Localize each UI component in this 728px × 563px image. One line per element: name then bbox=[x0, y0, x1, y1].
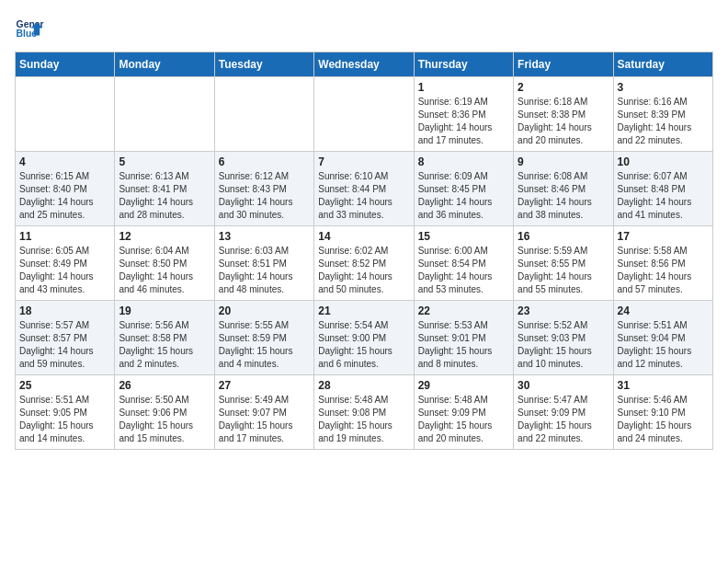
calendar-cell: 31Sunrise: 5:46 AM Sunset: 9:10 PM Dayli… bbox=[613, 375, 712, 450]
calendar-week-row: 18Sunrise: 5:57 AM Sunset: 8:57 PM Dayli… bbox=[16, 301, 713, 375]
calendar-cell: 1Sunrise: 6:19 AM Sunset: 8:36 PM Daylig… bbox=[414, 77, 513, 152]
day-detail: Sunrise: 6:15 AM Sunset: 8:40 PM Dayligh… bbox=[19, 170, 110, 222]
calendar-cell: 8Sunrise: 6:09 AM Sunset: 8:45 PM Daylig… bbox=[414, 152, 513, 226]
day-detail: Sunrise: 5:58 AM Sunset: 8:56 PM Dayligh… bbox=[618, 245, 709, 296]
weekday-header-thursday: Thursday bbox=[414, 52, 513, 77]
day-number: 30 bbox=[518, 379, 609, 392]
calendar-week-row: 11Sunrise: 6:05 AM Sunset: 8:49 PM Dayli… bbox=[16, 226, 713, 301]
calendar-cell: 16Sunrise: 5:59 AM Sunset: 8:55 PM Dayli… bbox=[514, 226, 613, 301]
day-number: 21 bbox=[318, 304, 409, 317]
day-number: 19 bbox=[119, 304, 210, 317]
day-detail: Sunrise: 5:46 AM Sunset: 9:10 PM Dayligh… bbox=[618, 394, 709, 445]
calendar-cell: 13Sunrise: 6:03 AM Sunset: 8:51 PM Dayli… bbox=[214, 226, 313, 301]
weekday-header-sunday: Sunday bbox=[16, 52, 115, 77]
calendar-cell bbox=[16, 77, 115, 152]
day-detail: Sunrise: 6:07 AM Sunset: 8:48 PM Dayligh… bbox=[618, 170, 709, 222]
day-detail: Sunrise: 5:48 AM Sunset: 9:08 PM Dayligh… bbox=[318, 394, 409, 445]
calendar-cell: 19Sunrise: 5:56 AM Sunset: 8:58 PM Dayli… bbox=[115, 301, 214, 375]
calendar-header-row: SundayMondayTuesdayWednesdayThursdayFrid… bbox=[16, 52, 713, 77]
calendar-cell: 25Sunrise: 5:51 AM Sunset: 9:05 PM Dayli… bbox=[16, 375, 115, 450]
day-number: 13 bbox=[219, 230, 310, 243]
calendar-cell: 18Sunrise: 5:57 AM Sunset: 8:57 PM Dayli… bbox=[16, 301, 115, 375]
day-detail: Sunrise: 5:49 AM Sunset: 9:07 PM Dayligh… bbox=[219, 394, 310, 445]
calendar-cell: 5Sunrise: 6:13 AM Sunset: 8:41 PM Daylig… bbox=[115, 152, 214, 226]
day-detail: Sunrise: 6:05 AM Sunset: 8:49 PM Dayligh… bbox=[19, 245, 110, 296]
day-detail: Sunrise: 6:02 AM Sunset: 8:52 PM Dayligh… bbox=[318, 245, 409, 296]
day-detail: Sunrise: 6:09 AM Sunset: 8:45 PM Dayligh… bbox=[418, 170, 509, 222]
calendar-week-row: 4Sunrise: 6:15 AM Sunset: 8:40 PM Daylig… bbox=[16, 152, 713, 226]
day-number: 4 bbox=[19, 155, 110, 168]
day-number: 2 bbox=[518, 81, 609, 94]
day-detail: Sunrise: 6:03 AM Sunset: 8:51 PM Dayligh… bbox=[219, 245, 310, 296]
day-detail: Sunrise: 6:04 AM Sunset: 8:50 PM Dayligh… bbox=[119, 245, 210, 296]
weekday-header-monday: Monday bbox=[115, 52, 214, 77]
calendar-cell: 6Sunrise: 6:12 AM Sunset: 8:43 PM Daylig… bbox=[214, 152, 313, 226]
day-detail: Sunrise: 5:51 AM Sunset: 9:05 PM Dayligh… bbox=[19, 394, 110, 445]
calendar-cell bbox=[214, 77, 313, 152]
logo: General Blue bbox=[15, 15, 44, 44]
calendar-cell: 23Sunrise: 5:52 AM Sunset: 9:03 PM Dayli… bbox=[514, 301, 613, 375]
day-number: 7 bbox=[318, 155, 409, 168]
calendar-cell bbox=[314, 77, 414, 152]
calendar-cell: 30Sunrise: 5:47 AM Sunset: 9:09 PM Dayli… bbox=[514, 375, 613, 450]
calendar-cell: 26Sunrise: 5:50 AM Sunset: 9:06 PM Dayli… bbox=[115, 375, 214, 450]
day-number: 17 bbox=[618, 230, 709, 243]
calendar-cell: 29Sunrise: 5:48 AM Sunset: 9:09 PM Dayli… bbox=[414, 375, 513, 450]
calendar-cell: 28Sunrise: 5:48 AM Sunset: 9:08 PM Dayli… bbox=[314, 375, 414, 450]
day-detail: Sunrise: 5:54 AM Sunset: 9:00 PM Dayligh… bbox=[318, 319, 409, 371]
day-detail: Sunrise: 5:53 AM Sunset: 9:01 PM Dayligh… bbox=[418, 319, 509, 371]
calendar-cell: 27Sunrise: 5:49 AM Sunset: 9:07 PM Dayli… bbox=[214, 375, 313, 450]
day-detail: Sunrise: 6:00 AM Sunset: 8:54 PM Dayligh… bbox=[418, 245, 509, 296]
day-detail: Sunrise: 6:10 AM Sunset: 8:44 PM Dayligh… bbox=[318, 170, 409, 222]
day-number: 1 bbox=[418, 81, 509, 94]
day-detail: Sunrise: 5:47 AM Sunset: 9:09 PM Dayligh… bbox=[518, 394, 609, 445]
calendar-cell: 15Sunrise: 6:00 AM Sunset: 8:54 PM Dayli… bbox=[414, 226, 513, 301]
day-number: 29 bbox=[418, 379, 509, 392]
day-number: 27 bbox=[219, 379, 310, 392]
day-number: 10 bbox=[618, 155, 709, 168]
page-header: General Blue bbox=[15, 15, 713, 44]
calendar-week-row: 1Sunrise: 6:19 AM Sunset: 8:36 PM Daylig… bbox=[16, 77, 713, 152]
day-detail: Sunrise: 5:50 AM Sunset: 9:06 PM Dayligh… bbox=[119, 394, 210, 445]
calendar-cell bbox=[115, 77, 214, 152]
day-number: 26 bbox=[119, 379, 210, 392]
day-number: 5 bbox=[119, 155, 210, 168]
day-number: 25 bbox=[19, 379, 110, 392]
calendar-cell: 4Sunrise: 6:15 AM Sunset: 8:40 PM Daylig… bbox=[16, 152, 115, 226]
day-number: 3 bbox=[618, 81, 709, 94]
day-detail: Sunrise: 5:51 AM Sunset: 9:04 PM Dayligh… bbox=[618, 319, 709, 371]
weekday-header-tuesday: Tuesday bbox=[214, 52, 313, 77]
day-detail: Sunrise: 6:08 AM Sunset: 8:46 PM Dayligh… bbox=[518, 170, 609, 222]
calendar-cell: 3Sunrise: 6:16 AM Sunset: 8:39 PM Daylig… bbox=[613, 77, 712, 152]
calendar-cell: 9Sunrise: 6:08 AM Sunset: 8:46 PM Daylig… bbox=[514, 152, 613, 226]
day-detail: Sunrise: 6:13 AM Sunset: 8:41 PM Dayligh… bbox=[119, 170, 210, 222]
weekday-header-wednesday: Wednesday bbox=[314, 52, 414, 77]
calendar-cell: 11Sunrise: 6:05 AM Sunset: 8:49 PM Dayli… bbox=[16, 226, 115, 301]
day-number: 18 bbox=[19, 304, 110, 317]
day-detail: Sunrise: 6:19 AM Sunset: 8:36 PM Dayligh… bbox=[418, 96, 509, 147]
day-detail: Sunrise: 5:48 AM Sunset: 9:09 PM Dayligh… bbox=[418, 394, 509, 445]
day-number: 24 bbox=[618, 304, 709, 317]
day-number: 12 bbox=[119, 230, 210, 243]
day-number: 20 bbox=[219, 304, 310, 317]
day-detail: Sunrise: 6:16 AM Sunset: 8:39 PM Dayligh… bbox=[618, 96, 709, 147]
day-number: 23 bbox=[518, 304, 609, 317]
weekday-header-saturday: Saturday bbox=[613, 52, 712, 77]
calendar-cell: 10Sunrise: 6:07 AM Sunset: 8:48 PM Dayli… bbox=[613, 152, 712, 226]
day-detail: Sunrise: 5:56 AM Sunset: 8:58 PM Dayligh… bbox=[119, 319, 210, 371]
calendar-cell: 22Sunrise: 5:53 AM Sunset: 9:01 PM Dayli… bbox=[414, 301, 513, 375]
calendar-cell: 2Sunrise: 6:18 AM Sunset: 8:38 PM Daylig… bbox=[514, 77, 613, 152]
day-number: 9 bbox=[518, 155, 609, 168]
calendar-cell: 12Sunrise: 6:04 AM Sunset: 8:50 PM Dayli… bbox=[115, 226, 214, 301]
day-number: 11 bbox=[19, 230, 110, 243]
calendar-cell: 20Sunrise: 5:55 AM Sunset: 8:59 PM Dayli… bbox=[214, 301, 313, 375]
calendar-week-row: 25Sunrise: 5:51 AM Sunset: 9:05 PM Dayli… bbox=[16, 375, 713, 450]
day-number: 31 bbox=[618, 379, 709, 392]
calendar-cell: 17Sunrise: 5:58 AM Sunset: 8:56 PM Dayli… bbox=[613, 226, 712, 301]
weekday-header-friday: Friday bbox=[514, 52, 613, 77]
day-number: 28 bbox=[318, 379, 409, 392]
day-detail: Sunrise: 5:55 AM Sunset: 8:59 PM Dayligh… bbox=[219, 319, 310, 371]
day-detail: Sunrise: 5:57 AM Sunset: 8:57 PM Dayligh… bbox=[19, 319, 110, 371]
day-number: 16 bbox=[518, 230, 609, 243]
day-detail: Sunrise: 5:52 AM Sunset: 9:03 PM Dayligh… bbox=[518, 319, 609, 371]
